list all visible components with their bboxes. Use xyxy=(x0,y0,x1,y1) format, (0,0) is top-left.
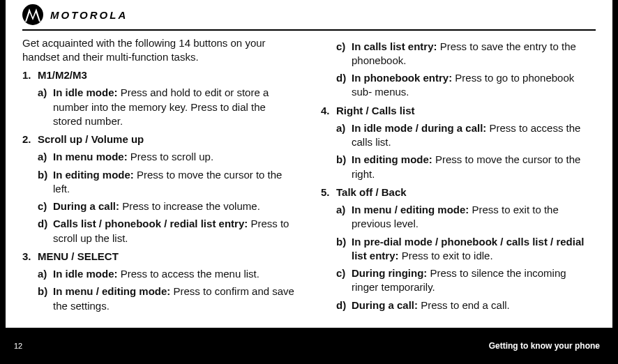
motorola-logo-icon xyxy=(22,4,43,25)
sub-item: b) In editing mode: Press to move the cu… xyxy=(321,153,596,181)
list-item: 2. Scroll up / Volume up xyxy=(22,132,297,146)
sub-item: d) Calls list / phonebook / redial list … xyxy=(22,217,297,245)
column-left: Get acquainted with the following 14 but… xyxy=(22,36,297,313)
section-title: Getting to know your phone xyxy=(489,341,600,351)
sub-item: a) In menu / editing mode: Press to exit… xyxy=(321,203,596,232)
list-item: 3. MENU / SELECT xyxy=(22,250,297,264)
footer-bar: 12 Getting to know your phone xyxy=(0,328,618,364)
sub-item: c) During a call: Press to increase the … xyxy=(22,199,297,213)
page-number: 12 xyxy=(14,342,22,350)
column-right: c) In calls list entry: Press to save th… xyxy=(321,36,596,313)
sub-item: b) In pre-dial mode / phonebook / calls … xyxy=(321,235,596,264)
header-rule xyxy=(22,29,596,31)
list-item: 5. Talk off / Back xyxy=(321,185,596,199)
sub-item: d) During a call: Press to end a call. xyxy=(321,298,596,312)
brand-text: MOTOROLA xyxy=(50,9,128,21)
content-columns: Get acquainted with the following 14 but… xyxy=(6,36,612,313)
list-item: 1. M1/M2/M3 xyxy=(22,68,297,82)
list-item: 4. Right / Calls list xyxy=(321,104,596,118)
sub-item: c) During ringing: Press to silence the … xyxy=(321,266,596,295)
sub-item: c) In calls list entry: Press to save th… xyxy=(321,40,596,68)
intro-text: Get acquainted with the following 14 but… xyxy=(22,36,297,65)
header: MOTOROLA xyxy=(6,0,612,29)
sub-item: d) In phonebook entry: Press to go to ph… xyxy=(321,71,596,100)
sub-item: b) In editing mode: Press to move the cu… xyxy=(22,168,297,197)
sub-item: a) In menu mode: Press to scroll up. xyxy=(22,150,297,164)
sub-item: a) In idle mode / during a call: Press t… xyxy=(321,121,596,150)
sub-item: a) In idle mode: Press to access the men… xyxy=(22,267,297,281)
sub-item: a) In idle mode: Press and hold to edit … xyxy=(22,86,297,128)
sub-item: b) In menu / editing mode: Press to conf… xyxy=(22,285,297,313)
